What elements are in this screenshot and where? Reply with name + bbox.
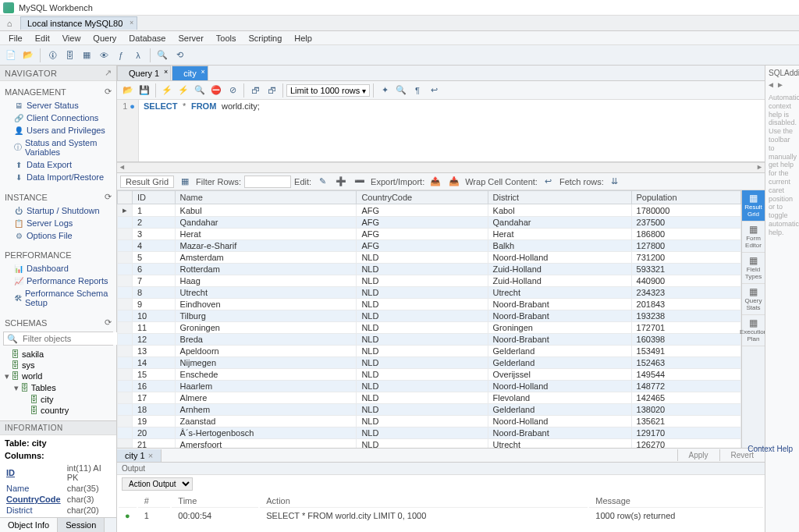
tree-node-world[interactable]: ▾🗄 world: [0, 371, 116, 382]
refresh-icon[interactable]: ⟳: [105, 87, 112, 97]
delete-row-icon[interactable]: ➖: [352, 174, 368, 190]
tree-node-city[interactable]: 🗄 city: [0, 394, 116, 405]
menu-view[interactable]: View: [57, 32, 87, 44]
explain-icon[interactable]: 🔍: [192, 83, 208, 98]
schema-filter[interactable]: 🔍: [3, 332, 113, 346]
nav-item[interactable]: 🛠Performance Schema Setup: [0, 287, 116, 309]
table-row[interactable]: 3HeratAFGHerat186800: [118, 229, 741, 240]
open-sql-icon[interactable]: 📂: [20, 48, 36, 63]
column-header[interactable]: CountryCode: [357, 191, 488, 204]
menu-database[interactable]: Database: [123, 32, 171, 44]
refresh-icon[interactable]: ⟳: [105, 192, 112, 202]
nav-item[interactable]: 📋Server Logs: [0, 217, 116, 229]
sql-editor[interactable]: 1 ● SELECT * FROM world.city;: [117, 100, 765, 162]
export-icon[interactable]: 📤: [428, 174, 443, 190]
table-row[interactable]: 13ApeldoornNLDGelderland153491: [118, 346, 741, 357]
nav-item[interactable]: ⓘStatus and System Variables: [0, 137, 116, 158]
execute-icon[interactable]: ⚡: [159, 83, 175, 98]
side-button[interactable]: ▦ResultGrid: [742, 190, 765, 222]
table-row[interactable]: 10TilburgNLDNoord-Brabant193238: [118, 310, 741, 322]
column-header[interactable]: Name: [175, 191, 357, 204]
close-icon[interactable]: ×: [164, 68, 168, 76]
nav-item[interactable]: ⚙Options File: [0, 229, 116, 242]
result-tab[interactable]: city 1×: [117, 449, 162, 462]
toggle-autocommit-icon[interactable]: 🗗: [247, 83, 263, 98]
find-icon[interactable]: 🔍: [393, 83, 409, 98]
menu-server[interactable]: Server: [172, 32, 208, 44]
new-sql-tab-icon[interactable]: 📄: [3, 48, 19, 63]
create-function-icon[interactable]: λ: [130, 48, 146, 63]
refresh-icon[interactable]: ⟳: [105, 317, 112, 328]
side-button[interactable]: ▦QueryStats: [742, 284, 765, 315]
beautify-icon[interactable]: ✦: [377, 83, 392, 98]
create-procedure-icon[interactable]: ƒ: [113, 48, 129, 63]
column-header[interactable]: Population: [631, 191, 740, 204]
side-button[interactable]: ▦ExecutionPlan: [742, 315, 765, 346]
nav-item[interactable]: 📊Dashboard: [0, 262, 116, 275]
nav-item[interactable]: 🖥Server Status: [0, 99, 116, 112]
create-table-icon[interactable]: ▦: [79, 48, 94, 63]
table-row[interactable]: 11GroningenNLDGroningen172701: [118, 322, 741, 334]
table-row[interactable]: ▸1KabulAFGKabol1780000: [118, 204, 741, 217]
table-row[interactable]: 16HaarlemNLDNoord-Holland148772: [118, 381, 741, 392]
menu-edit[interactable]: Edit: [30, 32, 55, 44]
toggle-icon[interactable]: 🗗: [264, 83, 279, 98]
stop-icon[interactable]: ⛔: [208, 83, 224, 98]
import-icon[interactable]: 📥: [446, 174, 462, 190]
nav-item[interactable]: 👤Users and Privileges: [0, 124, 116, 137]
menu-query[interactable]: Query: [87, 32, 122, 44]
reconnect-icon[interactable]: ⟲: [172, 48, 187, 63]
table-row[interactable]: 5AmsterdamNLDNoord-Holland731200: [118, 252, 741, 264]
fetch-icon[interactable]: ⇊: [607, 174, 623, 190]
editor-tab[interactable]: city×: [172, 66, 208, 80]
menu-scripting[interactable]: Scripting: [243, 32, 288, 44]
context-help-link[interactable]: Context Help: [743, 442, 797, 456]
tree-node-Tables[interactable]: ▾🗄 Tables: [0, 382, 116, 394]
edit-icon[interactable]: ✎: [314, 174, 330, 190]
tree-node-sys[interactable]: 🗄 sys: [0, 360, 116, 371]
commit-icon[interactable]: ⊘: [225, 83, 240, 98]
next-icon[interactable]: ►: [776, 80, 784, 89]
tree-node-country[interactable]: 🗄 country: [0, 405, 116, 416]
nav-item[interactable]: ⬆Data Export: [0, 158, 116, 171]
table-row[interactable]: 18ArnhemNLDGelderland138020: [118, 404, 741, 416]
table-row[interactable]: 15EnschedeNLDOverijssel149544: [118, 369, 741, 381]
add-row-icon[interactable]: ➕: [333, 174, 349, 190]
editor-tab[interactable]: Query 1×: [117, 66, 171, 80]
table-row[interactable]: 8UtrechtNLDUtrecht234323: [118, 287, 741, 299]
nav-item[interactable]: 📈Performance Reports: [0, 275, 116, 287]
side-button[interactable]: ▦FieldTypes: [742, 253, 765, 284]
menu-file[interactable]: File: [3, 32, 28, 44]
apply-button[interactable]: Apply: [677, 449, 719, 461]
horizontal-scrollbar[interactable]: [117, 162, 765, 173]
schema-filter-input[interactable]: [21, 332, 132, 345]
create-view-icon[interactable]: 👁: [96, 48, 112, 63]
column-header[interactable]: District: [488, 191, 631, 204]
close-icon[interactable]: ×: [201, 68, 204, 76]
table-row[interactable]: 12BredaNLDNoord-Brabant160398: [118, 334, 741, 346]
nav-item[interactable]: 🔗Client Connections: [0, 112, 116, 124]
prev-icon[interactable]: ◄: [767, 80, 775, 89]
invisible-chars-icon[interactable]: ¶: [410, 83, 425, 98]
table-row[interactable]: 21AmersfoortNLDUtrecht126270: [118, 439, 741, 449]
grid-icon[interactable]: ▦: [177, 174, 193, 190]
open-file-icon[interactable]: 📂: [120, 83, 136, 98]
limit-rows-select[interactable]: Limit to 1000 rows ▾: [286, 84, 370, 97]
table-row[interactable]: 9EindhovenNLDNoord-Brabant201843: [118, 299, 741, 310]
wrap-icon[interactable]: ↩: [426, 83, 442, 98]
menu-help[interactable]: Help: [289, 32, 318, 44]
output-type-select[interactable]: Action Output: [122, 477, 193, 491]
menu-tools[interactable]: Tools: [211, 32, 242, 44]
inspector-icon[interactable]: 🛈: [44, 48, 60, 63]
nav-item[interactable]: ⏻Startup / Shutdown: [0, 204, 116, 217]
wrap-cell-icon[interactable]: ↩: [541, 174, 556, 190]
pin-icon[interactable]: ↗: [105, 68, 112, 78]
info-tab[interactable]: Session: [58, 518, 105, 532]
table-row[interactable]: 6RotterdamNLDZuid-Holland593321: [118, 264, 741, 275]
save-file-icon[interactable]: 💾: [137, 83, 152, 98]
tree-node-sakila[interactable]: 🗄 sakila: [0, 349, 116, 360]
table-row[interactable]: 14NijmegenNLDGelderland152463: [118, 357, 741, 369]
search-table-data-icon[interactable]: 🔍: [154, 48, 170, 63]
table-row[interactable]: 20Â´s-HertogenboschNLDNoord-Brabant12917…: [118, 427, 741, 439]
table-row[interactable]: 7HaagNLDZuid-Holland440900: [118, 275, 741, 287]
